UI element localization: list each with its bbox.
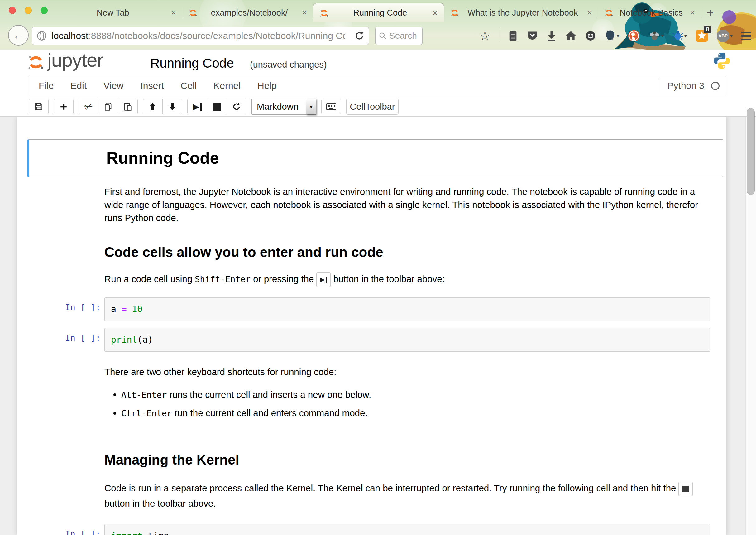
run-icon: ▶	[193, 102, 202, 112]
tab-close-icon[interactable]: ×	[433, 9, 438, 17]
move-cell-up-button[interactable]	[143, 99, 163, 114]
tab-close-icon[interactable]: ×	[587, 9, 592, 17]
duckduckgo-icon[interactable]	[628, 30, 640, 42]
bookmarks-list-icon[interactable]	[508, 30, 518, 42]
window-close-button[interactable]	[9, 7, 16, 14]
back-button[interactable]: ←	[8, 25, 29, 45]
navigation-toolbar: ← localhost:8888/notebooks/docs/source/e…	[0, 22, 756, 50]
stop-icon	[213, 102, 221, 111]
copy-icon	[104, 102, 113, 111]
menu-icon[interactable]	[741, 32, 751, 40]
menu-file[interactable]: File	[30, 80, 62, 91]
extension-bug-icon[interactable]: ▾	[672, 30, 687, 42]
search-input[interactable]: Search	[375, 27, 422, 45]
copy-cell-button[interactable]	[98, 99, 118, 114]
urlbar-divider	[350, 30, 350, 42]
browser-chrome: New Tab × examples/Notebook/ × Running C…	[0, 0, 756, 50]
list-item: Alt-Enter runs the current cell and inse…	[121, 388, 710, 402]
arrow-down-icon	[169, 102, 176, 111]
inline-stop-button-icon	[678, 482, 693, 496]
search-placeholder: Search	[389, 31, 417, 41]
tab-examples-notebook[interactable]: examples/Notebook/ ×	[182, 3, 313, 22]
tab-close-icon[interactable]: ×	[302, 9, 307, 17]
download-icon[interactable]	[546, 30, 557, 42]
notebook-toolbar-row: ✂	[0, 97, 756, 117]
menu-kernel[interactable]: Kernel	[205, 80, 249, 91]
insert-cell-below-button[interactable]	[54, 99, 73, 114]
menu-view[interactable]: View	[95, 80, 132, 91]
code-input-area[interactable]: a = 10	[104, 297, 710, 321]
bookmark-star-icon[interactable]: ☆	[479, 30, 491, 42]
markdown-cell-shortcuts[interactable]: There are two other keyboard shortcuts f…	[27, 365, 726, 425]
shift-enter-code: Shift-Enter	[195, 274, 251, 284]
browser-window: New Tab × examples/Notebook/ × Running C…	[0, 0, 756, 535]
move-button-group	[143, 99, 182, 114]
tab-close-icon[interactable]: ×	[690, 9, 695, 17]
address-bar[interactable]: localhost:8888/notebooks/docs/source/exa…	[32, 27, 369, 45]
menu-bar-row: File Edit View Insert Cell Kernel Help P…	[0, 75, 756, 97]
tab-title: Running Code	[332, 8, 428, 18]
command-palette-button[interactable]	[321, 99, 341, 114]
page-title-heading: Running Code	[106, 148, 707, 167]
input-prompt: In [ ]:	[27, 297, 104, 321]
search-icon	[379, 32, 387, 40]
ghostery-icon[interactable]: ▾	[605, 30, 619, 42]
jupyter-logo-text[interactable]: jupyter	[47, 49, 103, 71]
markdown-cell-kernel[interactable]: Managing the Kernel Code is run in a sep…	[27, 452, 726, 511]
adblock-plus-icon[interactable]: ABP ▾	[717, 30, 733, 42]
cut-cell-button[interactable]: ✂	[78, 99, 98, 114]
markdown-cell-intro[interactable]: First and foremost, the Jupyter Notebook…	[27, 185, 726, 224]
menu-insert[interactable]: Insert	[132, 80, 172, 91]
tab-title: New Tab	[59, 8, 167, 18]
window-zoom-button[interactable]	[40, 7, 48, 14]
autosave-status: (unsaved changes)	[250, 60, 327, 70]
paste-cell-button[interactable]	[118, 99, 138, 114]
jupyter-favicon-icon	[605, 9, 613, 17]
extension-fly-icon[interactable]: ▾	[648, 30, 664, 42]
python-logo-icon	[713, 52, 730, 70]
celltoolbar-button[interactable]: CellToolbar	[346, 99, 398, 115]
reload-icon[interactable]	[354, 31, 364, 41]
window-minimize-button[interactable]	[25, 7, 32, 14]
tab-title: examples/Notebook/	[201, 8, 298, 18]
scrollbar-thumb[interactable]	[747, 108, 755, 195]
code-input-area[interactable]: import time time.sleep(10)	[104, 524, 710, 535]
section-heading-code-cells: Code cells allow you to enter and run co…	[104, 244, 710, 260]
restart-kernel-button[interactable]	[227, 99, 247, 114]
tab-what-is-jupyter[interactable]: What is the Jupyter Notebook ×	[444, 3, 598, 22]
adblock-plus-label: ABP	[717, 30, 729, 42]
cell-type-select[interactable]: Markdown ▼	[252, 99, 316, 115]
input-prompt: In [ ]:	[27, 328, 104, 352]
jupyter-logo-icon[interactable]	[27, 54, 44, 71]
pocket-icon[interactable]	[526, 31, 538, 41]
code-cell-3[interactable]: In [ ]: import time time.sleep(10)	[27, 524, 726, 535]
menu-help[interactable]: Help	[249, 80, 285, 91]
tab-close-icon[interactable]: ×	[171, 9, 176, 17]
toolbar-divider	[499, 30, 499, 42]
tab-new-tab[interactable]: New Tab ×	[53, 3, 182, 22]
code-cell-1[interactable]: In [ ]: a = 10	[27, 297, 726, 321]
move-cell-down-button[interactable]	[162, 99, 182, 114]
interrupt-kernel-button[interactable]	[207, 99, 227, 114]
list-item: Ctrl-Enter run the current cell and ente…	[121, 406, 710, 420]
selected-markdown-cell[interactable]: Running Code	[27, 139, 723, 177]
save-button[interactable]	[29, 99, 49, 114]
code-cell-2[interactable]: In [ ]: print(a)	[27, 328, 726, 352]
code-input-area[interactable]: print(a)	[104, 328, 710, 352]
jupyter-favicon-icon	[189, 9, 197, 17]
home-icon[interactable]	[565, 31, 577, 41]
jupyter-favicon-icon	[450, 9, 459, 17]
site-globe-icon	[37, 31, 47, 41]
tab-running-code-active[interactable]: Running Code ×	[313, 3, 444, 22]
feedback-smiley-icon[interactable]	[585, 30, 596, 42]
menu-cell[interactable]: Cell	[172, 80, 205, 91]
tab-notebook-basics[interactable]: Notebook Basics ×	[598, 3, 701, 22]
menu-edit[interactable]: Edit	[62, 80, 95, 91]
run-cell-button[interactable]: ▶	[187, 99, 207, 114]
markdown-cell-codecells[interactable]: Code cells allow you to enter and run co…	[27, 244, 726, 287]
notebook-title[interactable]: Running Code	[150, 56, 234, 71]
new-tab-button[interactable]: +	[701, 3, 719, 22]
extension-star-badge-icon[interactable]: 8	[695, 29, 708, 42]
notebook-container: Running Code First and foremost, the Jup…	[17, 117, 726, 535]
run-instructions-paragraph: Run a code cell using Shift-Enter or pre…	[104, 272, 710, 287]
